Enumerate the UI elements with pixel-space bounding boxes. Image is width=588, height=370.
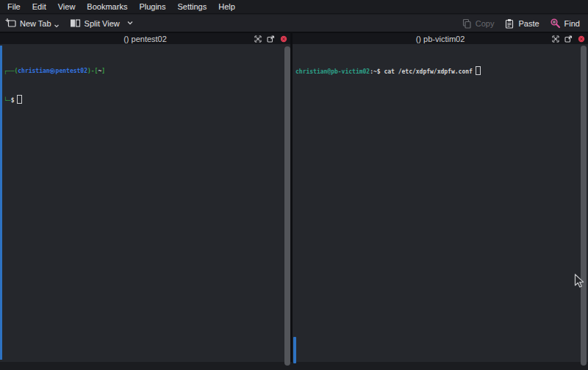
menu-bar: File Edit View Bookmarks Plugins Setting…	[0, 0, 588, 14]
terminal-cursor	[476, 66, 481, 75]
left-pane-scrollbar[interactable]	[284, 46, 290, 366]
prompt-line: christian@pb-victim02:~$ cat /etc/xdpfw/…	[295, 66, 588, 77]
copy-label: Copy	[476, 19, 495, 28]
detach-pane-icon[interactable]	[267, 35, 275, 43]
paste-icon	[504, 18, 514, 29]
copy-button[interactable]: Copy	[456, 15, 500, 32]
pane-headers-row: () pentest02 () pb	[0, 32, 588, 44]
right-pane-focus-indicator	[293, 337, 296, 363]
right-pane-title: () pb-victim02	[416, 35, 465, 43]
right-pane-scrollbar[interactable]	[581, 46, 587, 366]
left-pane-header-icons	[254, 33, 287, 44]
close-pane-button[interactable]	[280, 35, 287, 43]
new-tab-button[interactable]: New Tab	[0, 15, 65, 32]
split-view-button[interactable]: Split View	[65, 15, 139, 32]
close-pane-button[interactable]	[578, 35, 585, 43]
toolbar-right-group: Copy Paste Find	[456, 15, 588, 32]
detach-pane-icon[interactable]	[564, 35, 573, 43]
active-pane-focus-line	[0, 46, 2, 360]
copy-icon	[462, 18, 472, 29]
prompt-line-2: └─$	[4, 95, 290, 105]
menu-plugins[interactable]: Plugins	[133, 0, 171, 14]
right-pane-header[interactable]: () pb-victim02	[293, 33, 588, 44]
terminal-output-left: ┌──(christian㉿pentest02)-[~] └─$	[0, 44, 290, 124]
new-tab-icon	[5, 18, 16, 29]
menu-file[interactable]: File	[1, 0, 26, 14]
split-view-icon	[70, 18, 81, 29]
prompt-line-1: ┌──(christian㉿pentest02)-[~]	[4, 66, 290, 76]
terminal-cursor	[17, 95, 22, 104]
find-icon	[550, 18, 561, 29]
terminal-pane-pb-victim02[interactable]: christian@pb-victim02:~$ cat /etc/xdpfw/…	[293, 44, 588, 362]
left-pane-header[interactable]: () pentest02	[0, 33, 290, 44]
new-tab-label: New Tab	[20, 19, 51, 28]
paste-button[interactable]: Paste	[499, 15, 544, 32]
menu-bookmarks[interactable]: Bookmarks	[81, 0, 133, 14]
paste-label: Paste	[518, 19, 539, 28]
find-label: Find	[564, 19, 580, 28]
mouse-pointer-icon	[574, 274, 585, 289]
left-pane-title: () pentest02	[123, 35, 167, 43]
maximize-pane-icon[interactable]	[552, 35, 559, 43]
maximize-pane-icon[interactable]	[254, 35, 262, 43]
split-view-chevron-icon	[126, 21, 134, 26]
find-button[interactable]: Find	[545, 15, 585, 32]
menu-settings[interactable]: Settings	[171, 0, 212, 14]
command-text: cat /etc/xdpfw/xdpfw.conf	[384, 68, 472, 75]
terminal-output-right: christian@pb-victim02:~$ cat /etc/xdpfw/…	[293, 44, 588, 96]
menu-edit[interactable]: Edit	[26, 0, 52, 14]
new-tab-dropdown-caret[interactable]	[54, 24, 60, 29]
menu-help[interactable]: Help	[212, 0, 241, 14]
menu-view[interactable]: View	[52, 0, 82, 14]
right-pane-header-icons	[552, 33, 585, 44]
toolbar: New Tab Split View Copy	[0, 15, 588, 32]
split-view-label: Split View	[85, 19, 120, 28]
terminal-pane-pentest02[interactable]: ┌──(christian㉿pentest02)-[~] └─$	[0, 44, 290, 362]
